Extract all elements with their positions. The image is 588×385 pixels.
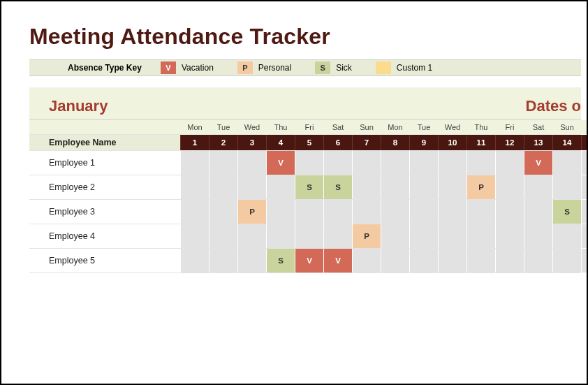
attendance-cell[interactable] — [466, 151, 495, 175]
attendance-cell[interactable] — [237, 175, 266, 199]
attendance-cell[interactable] — [381, 151, 409, 175]
attendance-cell[interactable] — [352, 175, 381, 199]
attendance-cell[interactable] — [209, 200, 237, 224]
date-cell: 9 — [409, 135, 438, 150]
attendance-cell[interactable]: S — [552, 200, 581, 224]
attendance-cell[interactable] — [180, 224, 209, 248]
month-name: January — [29, 97, 180, 119]
employee-name: Employee 2 — [29, 175, 180, 199]
attendance-cell[interactable]: S — [295, 175, 323, 199]
date-cell: 8 — [381, 135, 409, 150]
employee-header: Employee Name — [29, 135, 180, 150]
legend-label-sick: Sick — [330, 63, 376, 73]
attendance-cell[interactable] — [381, 200, 409, 224]
attendance-cell[interactable] — [180, 249, 209, 273]
attendance-cell[interactable] — [581, 224, 588, 248]
dow-cell: Sun — [552, 120, 581, 134]
attendance-cell[interactable] — [495, 175, 524, 199]
attendance-cell[interactable] — [438, 224, 466, 248]
attendance-cell[interactable] — [438, 249, 466, 273]
attendance-cell[interactable]: P — [237, 200, 266, 224]
attendance-cell[interactable] — [524, 175, 552, 199]
attendance-cell[interactable] — [295, 151, 323, 175]
attendance-cell[interactable] — [495, 200, 524, 224]
dow-cell: Thu — [466, 120, 495, 134]
attendance-cell[interactable] — [352, 151, 381, 175]
attendance-cell[interactable] — [581, 249, 588, 273]
attendance-cell[interactable] — [237, 224, 266, 248]
dow-cell: Tue — [209, 120, 237, 134]
attendance-cell[interactable] — [438, 200, 466, 224]
attendance-cell[interactable] — [409, 151, 438, 175]
attendance-cell[interactable] — [495, 224, 524, 248]
attendance-cell[interactable] — [524, 200, 552, 224]
month-header: January Dates o — [29, 87, 581, 120]
attendance-cell[interactable] — [180, 200, 209, 224]
attendance-cell[interactable] — [180, 151, 209, 175]
attendance-cell[interactable] — [381, 224, 409, 248]
attendance-cell[interactable]: V — [266, 151, 295, 175]
attendance-cell[interactable] — [237, 151, 266, 175]
dow-cell: Sun — [352, 120, 381, 134]
attendance-cell[interactable] — [409, 249, 438, 273]
attendance-cell[interactable] — [180, 175, 209, 199]
attendance-cell[interactable]: V — [524, 151, 552, 175]
attendance-cell[interactable]: V — [295, 249, 323, 273]
attendance-cell[interactable] — [323, 151, 352, 175]
date-cell: 7 — [352, 135, 381, 150]
attendance-cell[interactable] — [209, 175, 237, 199]
attendance-cell[interactable] — [237, 249, 266, 273]
attendance-cell[interactable] — [581, 200, 588, 224]
attendance-cell[interactable] — [438, 175, 466, 199]
attendance-cell[interactable] — [552, 175, 581, 199]
table-row: Employee 3PS — [29, 200, 581, 224]
attendance-cell[interactable] — [581, 151, 588, 175]
attendance-cell[interactable] — [495, 151, 524, 175]
attendance-cell[interactable] — [495, 249, 524, 273]
employee-name: Employee 3 — [29, 200, 180, 224]
attendance-cell[interactable] — [438, 151, 466, 175]
date-cell: 14 — [552, 135, 581, 150]
attendance-cell[interactable] — [524, 249, 552, 273]
attendance-cell[interactable] — [524, 224, 552, 248]
date-cell: 4 — [266, 135, 295, 150]
attendance-cell[interactable] — [323, 224, 352, 248]
legend-label-custom1: Custom 1 — [391, 63, 456, 73]
attendance-cell[interactable] — [323, 200, 352, 224]
attendance-cell[interactable]: V — [323, 249, 352, 273]
attendance-grid: MonTueWedThuFriSatSunMonTueWedThuFriSatS… — [29, 120, 581, 273]
attendance-cell[interactable] — [466, 224, 495, 248]
attendance-cell[interactable]: P — [352, 224, 381, 248]
attendance-cell[interactable] — [381, 249, 409, 273]
attendance-cell[interactable] — [409, 175, 438, 199]
attendance-cell[interactable] — [409, 224, 438, 248]
attendance-cell[interactable] — [466, 249, 495, 273]
attendance-cell[interactable] — [381, 175, 409, 199]
page-title: Meeting Attendance Tracker — [29, 24, 581, 50]
date-cell: 10 — [438, 135, 466, 150]
attendance-cell[interactable]: S — [266, 249, 295, 273]
legend-header: Absence Type Key — [29, 63, 161, 73]
attendance-cell[interactable] — [581, 175, 588, 199]
attendance-cell[interactable] — [295, 224, 323, 248]
dow-cell: Thu — [266, 120, 295, 134]
attendance-cell[interactable] — [266, 224, 295, 248]
absence-legend: Absence Type Key V Vacation P Personal S… — [29, 59, 581, 76]
attendance-cell[interactable] — [552, 224, 581, 248]
attendance-cell[interactable] — [266, 175, 295, 199]
attendance-cell[interactable] — [209, 224, 237, 248]
attendance-cell[interactable] — [209, 151, 237, 175]
attendance-cell[interactable] — [352, 249, 381, 273]
attendance-cell[interactable] — [552, 249, 581, 273]
attendance-cell[interactable] — [552, 151, 581, 175]
attendance-cell[interactable] — [266, 200, 295, 224]
attendance-cell[interactable] — [209, 249, 237, 273]
attendance-cell[interactable]: S — [323, 175, 352, 199]
legend-label-personal: Personal — [253, 63, 315, 73]
date-cell: 2 — [209, 135, 237, 150]
attendance-cell[interactable]: P — [466, 175, 495, 199]
attendance-cell[interactable] — [466, 200, 495, 224]
attendance-cell[interactable] — [352, 200, 381, 224]
attendance-cell[interactable] — [409, 200, 438, 224]
attendance-cell[interactable] — [295, 200, 323, 224]
